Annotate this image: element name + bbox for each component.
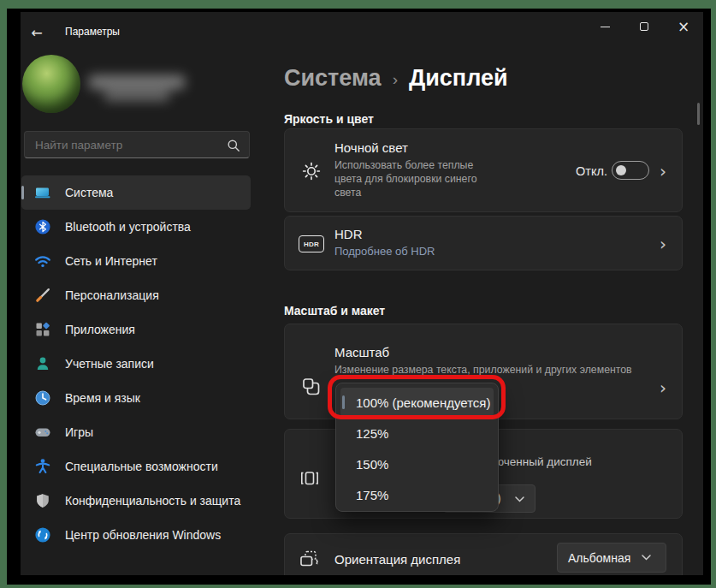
clock-icon: [34, 389, 51, 407]
scale-option-150[interactable]: 150%: [340, 449, 494, 478]
shield-icon: [34, 492, 51, 509]
sidebar-item-label: Специальные возможности: [65, 460, 218, 473]
toggle-knob: [616, 165, 626, 175]
chevron-right-icon: ›: [660, 161, 666, 181]
desktop-background: ← Параметры ×: [0, 0, 716, 588]
sidebar-item-privacy[interactable]: Конфиденциальность и защита: [21, 484, 251, 518]
gamepad-icon: [34, 424, 51, 441]
sidebar-item-network[interactable]: Сеть и Интернет: [21, 244, 251, 278]
sidebar-item-label: Учетные записи: [65, 357, 154, 371]
sidebar-item-system[interactable]: Система: [21, 175, 251, 210]
orientation-dropdown[interactable]: Альбомная: [557, 543, 666, 573]
close-icon: ×: [678, 20, 689, 34]
maximize-icon: [640, 22, 648, 31]
update-icon: [34, 526, 51, 543]
maximize-button[interactable]: [624, 12, 664, 41]
sidebar-item-label: Центр обновления Windows: [65, 528, 221, 542]
minimize-icon: [601, 27, 610, 27]
system-icon: [34, 184, 51, 201]
minimize-button[interactable]: [585, 12, 624, 41]
accessibility-icon: [34, 458, 51, 475]
sidebar-item-label: Конфиденциальность и защита: [65, 494, 240, 508]
sidebar-item-label: Персонализация: [65, 288, 159, 302]
back-button[interactable]: ←: [26, 22, 48, 43]
hdr-title: HDR: [334, 227, 435, 241]
sidebar-item-accessibility[interactable]: Специальные возможности: [21, 449, 251, 484]
breadcrumb-separator-icon: ›: [393, 68, 398, 89]
orientation-value: Альбомная: [568, 551, 630, 565]
sidebar-item-label: Приложения: [65, 323, 135, 336]
night-light-toggle[interactable]: [612, 161, 649, 180]
search-icon: [227, 139, 240, 152]
bluetooth-icon: [34, 218, 51, 235]
brush-icon: [34, 287, 51, 304]
selected-option-indicator: [342, 395, 345, 409]
settings-window: ← Параметры ×: [21, 12, 703, 575]
breadcrumb: Система › Дисплей: [284, 65, 508, 92]
sidebar-item-label: Система: [65, 186, 113, 199]
search-input[interactable]: [25, 132, 249, 157]
sidebar-item-label: Время и язык: [65, 391, 140, 405]
sidebar-item-personalization[interactable]: Персонализация: [21, 278, 251, 312]
night-light-status: Откл.: [576, 164, 607, 178]
user-name-blurred: [86, 68, 197, 108]
sidebar-item-gaming[interactable]: Игры: [21, 415, 251, 449]
window-title: Параметры: [65, 26, 120, 38]
display-orientation-card[interactable]: Ориентация дисплея Альбомная: [284, 533, 683, 575]
scale-option-100[interactable]: 100% (рекомендуется): [340, 388, 494, 417]
option-label: 100% (рекомендуется): [356, 395, 490, 410]
option-label: 175%: [356, 488, 388, 502]
option-label: 125%: [356, 426, 388, 441]
close-button[interactable]: ×: [664, 12, 703, 41]
scale-title: Масштаб: [334, 345, 632, 359]
option-label: 150%: [356, 457, 388, 472]
chevron-right-icon: ›: [660, 234, 666, 254]
sidebar-item-windows-update[interactable]: Центр обновления Windows: [21, 518, 251, 552]
apps-icon: [34, 321, 51, 338]
section-heading-scale-layout: Масштаб и макет: [284, 304, 385, 318]
resolution-text-fragment: юченный дисплей: [495, 455, 592, 468]
back-arrow-icon: ←: [31, 25, 42, 41]
night-light-icon: [300, 160, 322, 182]
sidebar-item-apps[interactable]: Приложения: [21, 312, 251, 347]
scale-description: Изменение размера текста, приложений и д…: [334, 364, 632, 377]
chevron-right-icon: ›: [660, 377, 666, 398]
hdr-link[interactable]: Подробнее об HDR: [334, 245, 435, 258]
sidebar-nav: Система Bluetooth и устройства: [21, 175, 251, 552]
scale-dropdown-flyout: 100% (рекомендуется) 125% 150% 175%: [335, 383, 499, 512]
night-light-card[interactable]: Ночной свет Использовать более теплые цв…: [284, 128, 683, 212]
sidebar-item-label: Игры: [65, 425, 93, 439]
section-heading-brightness: Яркость и цвет: [284, 112, 374, 126]
scrollbar-thumb[interactable]: [697, 103, 700, 125]
search-box: [24, 131, 250, 158]
hdr-icon: HDR: [299, 235, 324, 252]
hdr-card[interactable]: HDR HDR Подробнее об HDR ›: [284, 216, 683, 270]
sidebar-item-accounts[interactable]: Учетные записи: [21, 347, 251, 381]
scale-option-125[interactable]: 125%: [340, 419, 494, 448]
chevron-down-icon: [514, 496, 525, 503]
night-light-description: Использовать более теплые цвета для блок…: [334, 159, 488, 200]
sidebar-item-label: Сеть и Интернет: [65, 254, 157, 268]
user-avatar[interactable]: [22, 55, 80, 113]
page-title: Дисплей: [409, 65, 508, 92]
night-light-title: Ночной свет: [334, 140, 488, 155]
selected-indicator: [21, 186, 24, 199]
sidebar-item-bluetooth[interactable]: Bluetooth и устройства: [21, 210, 251, 244]
sidebar-item-time-language[interactable]: Время и язык: [21, 381, 251, 415]
orientation-title: Ориентация дисплея: [334, 552, 460, 567]
person-icon: [34, 355, 51, 372]
display-orientation-icon: [299, 549, 321, 571]
wifi-icon: [34, 252, 51, 270]
chevron-down-icon: [641, 554, 652, 561]
scale-icon: [300, 376, 322, 398]
breadcrumb-parent[interactable]: Система: [284, 65, 382, 92]
window-controls: ×: [585, 12, 703, 41]
sidebar-item-label: Bluetooth и устройства: [65, 220, 191, 234]
display-resolution-icon: [299, 467, 321, 490]
scale-option-175[interactable]: 175%: [340, 480, 494, 509]
